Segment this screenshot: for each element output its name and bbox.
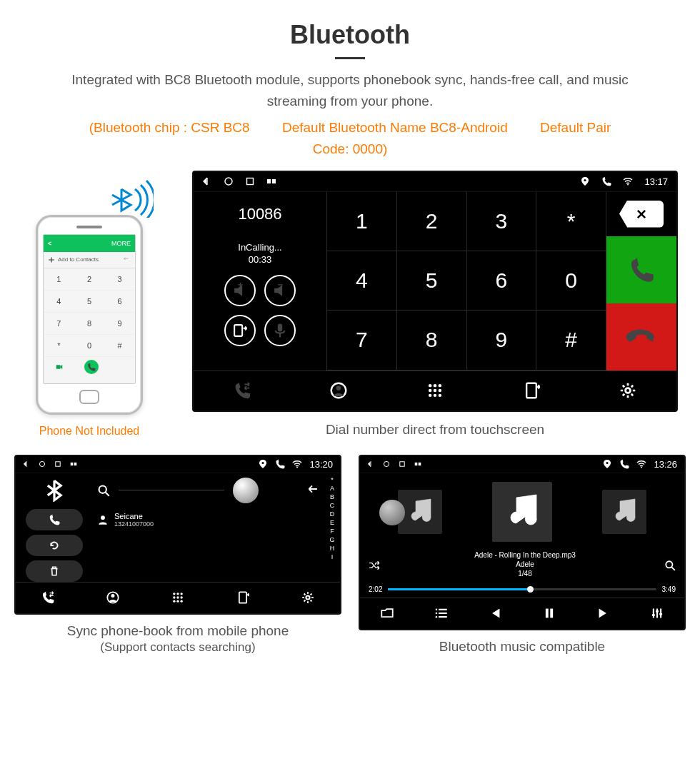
dial-key[interactable]: # — [536, 311, 606, 370]
search-icon[interactable] — [97, 484, 110, 497]
location-icon — [580, 176, 590, 186]
dial-key[interactable]: 1 — [327, 192, 397, 251]
loading-indicator-icon — [379, 500, 405, 525]
recent-icon[interactable] — [399, 460, 406, 468]
wifi-icon — [623, 176, 633, 186]
nav-device-sync[interactable] — [210, 583, 275, 613]
dial-key[interactable]: * — [536, 192, 606, 251]
nav-dialpad[interactable] — [386, 371, 483, 410]
track-index: 1/48 — [391, 569, 659, 578]
shuffle-button[interactable] — [369, 560, 380, 571]
elapsed-time: 2:02 — [369, 585, 382, 593]
back-icon[interactable] — [202, 176, 212, 186]
phone-caption: Phone Not Included — [39, 425, 140, 438]
dial-key[interactable]: 5 — [397, 251, 467, 311]
nav-device-sync[interactable] — [484, 371, 580, 410]
dial-key[interactable]: 6 — [467, 251, 537, 311]
album-art-prev[interactable] — [398, 490, 442, 534]
album-art-next[interactable] — [602, 490, 646, 534]
bottom-nav — [194, 371, 676, 410]
dial-key[interactable]: 7 — [327, 311, 397, 370]
splitscreen-icon[interactable] — [266, 176, 276, 186]
phone-video-icon[interactable] — [52, 360, 66, 374]
contact-row[interactable]: Seicane 13241007000 — [97, 508, 320, 532]
volume-up-button[interactable] — [224, 275, 256, 306]
svg-rect-29 — [234, 325, 242, 336]
home-icon[interactable] — [383, 460, 390, 468]
home-icon[interactable] — [224, 176, 234, 186]
phone-home-button[interactable] — [79, 390, 99, 404]
phone-keypad[interactable]: 123 456 789 *0# — [44, 268, 135, 357]
bluetooth-signal-icon — [104, 175, 154, 218]
nav-contacts[interactable] — [290, 371, 386, 410]
music-nav-folder[interactable] — [360, 598, 414, 629]
phone-status-icon — [275, 459, 285, 469]
progress-slider[interactable] — [388, 588, 656, 590]
nav-settings[interactable] — [580, 371, 676, 410]
pb-delete-button[interactable] — [26, 560, 83, 582]
music-search-button[interactable] — [664, 560, 676, 571]
search-input[interactable] — [119, 490, 224, 490]
album-art-current[interactable] — [492, 482, 552, 542]
dialed-number: 10086 — [238, 205, 281, 223]
pb-refresh-button[interactable] — [26, 535, 83, 556]
music-nav-playlist[interactable] — [414, 598, 469, 629]
recent-icon[interactable] — [54, 460, 61, 468]
backspace-button[interactable] — [619, 201, 664, 228]
wifi-icon — [636, 459, 646, 469]
dial-key[interactable]: 8 — [397, 311, 467, 370]
splitscreen-icon[interactable] — [70, 460, 77, 468]
dial-key[interactable]: 2 — [397, 192, 467, 251]
dial-pad: 1 2 3 * 4 5 6 0 7 8 9 # — [326, 192, 606, 371]
mute-mic-button[interactable] — [264, 315, 296, 346]
status-time: 13:20 — [309, 459, 333, 470]
phonebook-screen: 13:20 — [14, 455, 341, 615]
home-icon[interactable] — [39, 460, 46, 468]
bluetooth-specs: (Bluetooth chip : CSR BC8 Default Blueto… — [0, 113, 700, 171]
nav-dialpad[interactable] — [146, 583, 211, 613]
splitscreen-icon[interactable] — [414, 460, 421, 468]
nav-call-log[interactable] — [194, 371, 290, 410]
music-caption: Bluetooth music compatible — [359, 639, 686, 655]
nav-call-log[interactable] — [16, 583, 81, 613]
pb-dial-button[interactable] — [26, 509, 83, 530]
phone-status-icon — [601, 176, 611, 186]
dial-key[interactable]: 4 — [327, 251, 397, 311]
call-timer: 00:33 — [249, 254, 272, 265]
nav-settings[interactable] — [275, 583, 340, 613]
volume-down-button[interactable] — [264, 275, 296, 306]
nav-contacts[interactable] — [81, 583, 146, 613]
status-time: 13:17 — [644, 176, 668, 187]
track-artist: Adele — [391, 560, 659, 569]
contact-name: Seicane — [114, 512, 154, 520]
back-icon[interactable] — [23, 460, 30, 468]
audio-route-button[interactable] — [224, 315, 256, 346]
music-next-button[interactable] — [576, 598, 631, 629]
dial-key[interactable]: 0 — [536, 251, 606, 311]
smartphone-mockup: < MORE Add to Contacts 123 456 789 *0# — [36, 215, 143, 415]
phone-add-contact-row[interactable]: Add to Contacts — [44, 252, 135, 268]
dial-key[interactable]: 3 — [467, 192, 537, 251]
spec-name: Default Bluetooth Name BC8-Android — [282, 120, 508, 135]
page-title: Bluetooth — [0, 0, 700, 50]
phonebook-caption: Sync phone-book from mobile phone — [14, 623, 341, 639]
phone-dial-button[interactable] — [84, 360, 99, 374]
phone-add-label: Add to Contacts — [58, 256, 99, 263]
answer-call-button[interactable] — [606, 236, 676, 303]
back-arrow-button[interactable] — [304, 483, 320, 498]
dial-key[interactable]: 9 — [467, 311, 537, 370]
recent-icon[interactable] — [245, 176, 255, 186]
music-pause-button[interactable] — [522, 598, 576, 629]
call-status-label: InCalling... — [238, 242, 281, 253]
title-underline — [335, 57, 365, 59]
person-icon — [97, 514, 109, 525]
end-call-button[interactable] — [606, 303, 676, 371]
alpha-index[interactable]: *ABCDEFGHI — [324, 473, 340, 582]
back-icon[interactable] — [367, 460, 374, 468]
bluetooth-icon — [43, 479, 66, 505]
dialer-screen: 13:17 10086 InCalling... 00:33 — [192, 171, 678, 412]
status-time: 13:26 — [654, 459, 677, 470]
music-prev-button[interactable] — [468, 598, 522, 629]
music-eq-button[interactable] — [630, 598, 684, 629]
location-icon — [258, 459, 268, 469]
